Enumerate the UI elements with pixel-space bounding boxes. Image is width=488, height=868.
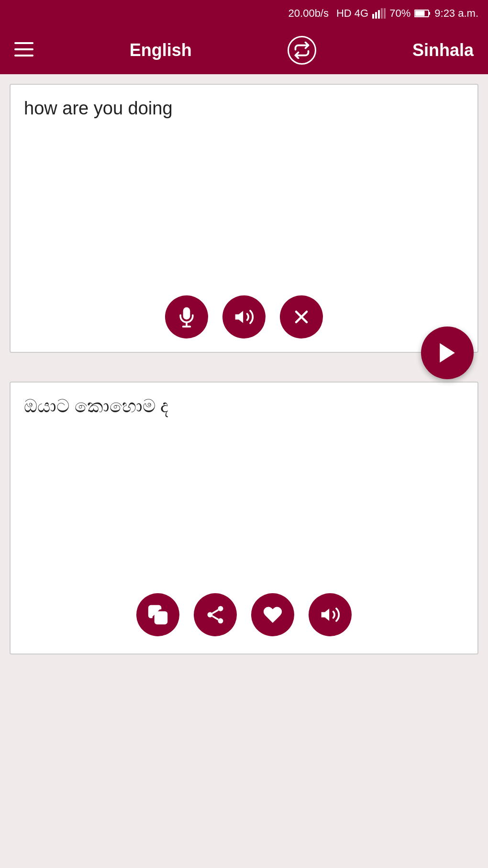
svg-line-22 <box>212 610 219 613</box>
svg-rect-17 <box>155 612 167 624</box>
svg-point-20 <box>218 618 223 623</box>
svg-line-21 <box>212 616 219 620</box>
svg-rect-2 <box>378 10 380 19</box>
source-language[interactable]: English <box>130 40 192 60</box>
speaker-button[interactable] <box>222 295 266 338</box>
svg-rect-8 <box>14 42 33 44</box>
status-bar: 20.00b/s HD 4G 70% 9:23 a.m. <box>0 0 488 26</box>
signal-icon <box>372 8 386 19</box>
share-button[interactable] <box>194 593 237 636</box>
input-panel-container: how are you doing <box>0 84 488 353</box>
svg-point-19 <box>208 612 213 618</box>
menu-button[interactable] <box>14 40 33 61</box>
output-panel: ඔයාට කොහොම ද <box>10 382 478 654</box>
svg-marker-16 <box>440 343 455 363</box>
main-content: how are you doing <box>0 84 488 654</box>
battery-icon <box>414 9 431 18</box>
svg-marker-13 <box>235 311 244 323</box>
svg-marker-23 <box>322 609 330 621</box>
clear-button[interactable] <box>280 295 323 338</box>
favorite-button[interactable] <box>251 593 294 636</box>
output-speaker-button[interactable] <box>309 593 352 636</box>
copy-button[interactable] <box>136 593 179 636</box>
toolbar: English Sinhala <box>0 26 488 74</box>
battery-percent: 70% <box>389 7 410 20</box>
svg-rect-7 <box>415 11 425 16</box>
network-type: HD 4G <box>336 7 368 20</box>
svg-rect-3 <box>381 8 383 19</box>
send-button-wrapper <box>421 327 474 379</box>
swap-languages-button[interactable] <box>288 36 316 65</box>
svg-rect-0 <box>372 14 374 19</box>
svg-point-18 <box>218 606 223 611</box>
output-text: ඔයාට කොහොම ද <box>11 383 477 584</box>
microphone-button[interactable] <box>165 295 208 338</box>
time: 9:23 a.m. <box>434 7 478 20</box>
svg-rect-1 <box>375 12 377 19</box>
input-panel: how are you doing <box>10 84 478 353</box>
svg-rect-6 <box>429 12 430 15</box>
output-actions <box>11 584 477 654</box>
svg-rect-10 <box>14 55 33 56</box>
target-language[interactable]: Sinhala <box>412 40 474 60</box>
input-actions <box>11 286 477 352</box>
network-speed: 20.00b/s <box>288 7 329 20</box>
svg-rect-9 <box>14 48 33 50</box>
svg-rect-4 <box>384 8 386 19</box>
input-text[interactable]: how are you doing <box>11 85 477 286</box>
translate-send-button[interactable] <box>421 327 474 379</box>
